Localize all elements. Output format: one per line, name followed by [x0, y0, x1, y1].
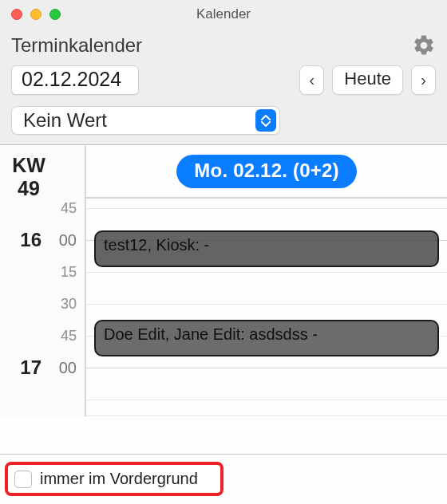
- today-button[interactable]: Heute: [332, 65, 403, 94]
- settings-gear-icon[interactable]: [412, 33, 436, 57]
- week-label: KW 49: [0, 154, 57, 200]
- event-item[interactable]: Doe Edit, Jane Edit: asdsdss -: [94, 320, 439, 356]
- always-on-top-annotation: immer im Vordergrund: [5, 462, 224, 496]
- header: Terminkalender: [0, 29, 447, 57]
- window-title: Kalender: [0, 6, 447, 22]
- calendar-select-value: Kein Wert: [23, 109, 255, 132]
- always-on-top-label: immer im Vordergrund: [40, 470, 198, 488]
- calendar-select[interactable]: Kein Wert: [11, 106, 280, 135]
- always-on-top-checkbox[interactable]: [14, 471, 32, 488]
- time-mark-00: 00: [59, 231, 77, 250]
- time-mark-45: 45: [61, 200, 77, 217]
- time-mark-16h: 16: [20, 229, 42, 251]
- time-mark-17h: 17: [20, 356, 42, 379]
- next-day-button[interactable]: ›: [411, 65, 436, 94]
- prev-day-button[interactable]: ‹: [299, 65, 324, 94]
- event-item[interactable]: test12, Kiosk: -: [94, 230, 439, 267]
- toolbar-date-nav: 02.12.2024 ‹ Heute ›: [0, 57, 447, 101]
- time-mark-30: 30: [61, 296, 77, 313]
- footer-separator: [0, 454, 447, 455]
- time-mark-45b: 45: [61, 328, 77, 345]
- time-mark-15: 15: [61, 264, 77, 281]
- calendar-grid: KW 49 45 16 00 15 30 45 17 00 Mo. 02.12.…: [0, 145, 447, 416]
- day-header: Mo. 02.12. (0+2): [86, 146, 447, 199]
- time-gutter: KW 49 45 16 00 15 30 45 17 00: [0, 146, 86, 416]
- time-mark-00b: 00: [59, 359, 77, 377]
- chevron-up-down-icon: [255, 109, 276, 132]
- titlebar: Kalender: [0, 0, 447, 29]
- toolbar-select: Kein Wert: [0, 101, 447, 145]
- day-header-pill: Mo. 02.12. (0+2): [176, 155, 356, 188]
- date-field[interactable]: 02.12.2024: [11, 65, 139, 95]
- page-title: Terminkalender: [11, 34, 142, 57]
- day-column[interactable]: Mo. 02.12. (0+2) test12, Kiosk: - Doe Ed…: [86, 146, 447, 416]
